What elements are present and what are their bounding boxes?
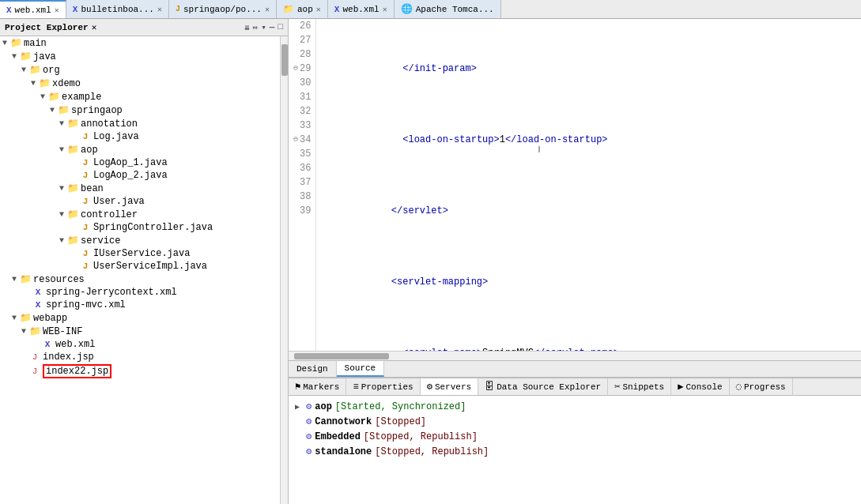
tree-arrow[interactable]: ▼ (19, 327, 28, 336)
tree-item-org[interactable]: ▼ 📁 org (0, 63, 280, 77)
tree-item-userserviceimpl[interactable]: J UserServiceImpl.java (0, 260, 280, 273)
tree-item-xdemo[interactable]: ▼ 📁 xdemo (0, 77, 280, 90)
h-scroll-thumb[interactable] (294, 353, 389, 359)
close-icon[interactable]: ✕ (92, 22, 97, 32)
tab-web-xml[interactable]: X web.xml ✕ (0, 0, 66, 18)
tree-arrow[interactable]: ▼ (28, 79, 38, 88)
tab-source[interactable]: Source (337, 361, 385, 377)
code-content[interactable]: </init-param> <load-on-startup>1</load-o… (316, 19, 861, 351)
tree-label: WEB-INF (43, 326, 82, 337)
tree-item-controller[interactable]: ▼ 📁 controller (0, 208, 280, 221)
expand-arrow[interactable] (295, 417, 303, 426)
tab-web-xml-2[interactable]: X web.xml ✕ (328, 0, 395, 18)
project-explorer-panel: Project Explorer ✕ ⇊ ⇔ ▾ — □ ▼ 📁 main (0, 19, 289, 504)
tree-item-index22jsp[interactable]: J index22.jsp (0, 363, 280, 379)
tree-item-webxml[interactable]: X web.xml (0, 338, 280, 351)
code-line-26: </init-param> (323, 47, 855, 90)
tab-close-icon[interactable]: ✕ (316, 5, 321, 14)
folder-icon: 📁 (19, 312, 32, 324)
tab-label: Snippets (622, 382, 664, 392)
server-row-standalone[interactable]: ⚙ standalone [Stopped, Republish] (295, 444, 855, 459)
tree-item-webapp[interactable]: ▼ 📁 webapp (0, 311, 280, 325)
tab-snippets[interactable]: ✂ Snippets (608, 378, 671, 395)
tab-markers[interactable]: ⚑ Markers (289, 378, 346, 395)
tree-item-annotation[interactable]: ▼ 📁 annotation (0, 117, 280, 130)
tree-item-springcontroller[interactable]: J SpringController.java (0, 221, 280, 234)
tree-item-resources[interactable]: ▼ 📁 resources (0, 273, 280, 286)
tab-springaop[interactable]: J springaop/po... ✕ (169, 0, 277, 18)
tree-arrow[interactable]: ▼ (9, 275, 19, 284)
link-editor-icon[interactable]: ⇔ (253, 22, 259, 32)
tree-arrow[interactable]: ▼ (57, 210, 66, 219)
expand-arrow[interactable] (295, 432, 303, 441)
server-icon: ⚙ (306, 416, 312, 427)
tab-close-icon[interactable]: ✕ (383, 5, 387, 14)
tree-arrow[interactable]: ▼ (38, 92, 47, 101)
tree-item-logaop2[interactable]: J LogAop_2.java (0, 169, 280, 182)
tab-close-icon[interactable]: ✕ (55, 6, 59, 15)
tab-console[interactable]: ▶ Console (671, 378, 729, 395)
tab-aop[interactable]: 📁 aop ✕ (277, 0, 328, 18)
line-numbers: 26 27 28 ⊖29 30 31 32 33 ⊖34 35 36 37 38… (289, 19, 316, 351)
tree-arrow[interactable]: ▼ (9, 314, 19, 322)
tab-close-icon[interactable]: ✕ (265, 5, 270, 14)
tree-arrow[interactable]: ▼ (57, 184, 66, 193)
tree-item-log-java[interactable]: J Log.java (0, 130, 280, 143)
tree-arrow[interactable]: ▼ (57, 236, 66, 245)
tree-item-spring-jerrycontext[interactable]: X spring-Jerrycontext.xml (0, 286, 280, 299)
tab-label: web.xml (342, 5, 379, 14)
tab-label: Progress (744, 382, 786, 392)
tree-arrow[interactable]: ▼ (0, 39, 9, 47)
code-editor: 26 27 28 ⊖29 30 31 32 33 ⊖34 35 36 37 38… (289, 19, 861, 351)
maximize-icon[interactable]: □ (278, 22, 283, 32)
tree-arrow[interactable]: ▼ (47, 106, 57, 115)
tab-data-source-explorer[interactable]: 🗄 Data Source Explorer (478, 378, 608, 395)
tab-apache-tomcat[interactable]: 🌐 Apache Tomca... (395, 0, 501, 18)
tab-properties[interactable]: ≡ Properties (346, 378, 420, 395)
tree-scrollbar[interactable] (280, 36, 288, 504)
tree-item-java[interactable]: ▼ 📁 java (0, 50, 280, 63)
collapse-all-icon[interactable]: ⇊ (244, 22, 250, 32)
tree-label: spring-mvc.xml (46, 299, 126, 310)
expand-arrow[interactable] (295, 447, 303, 456)
tree-scroll[interactable]: ▼ 📁 main ▼ 📁 java ▼ 📁 org (0, 36, 280, 504)
tree-item-logaop1[interactable]: J LogAop_1.java (0, 156, 280, 169)
tree-label: IUserService.java (93, 248, 190, 259)
tree-item-springaop[interactable]: ▼ 📁 springaop (0, 103, 280, 117)
tree-item-service[interactable]: ▼ 📁 service (0, 234, 280, 247)
tab-bulletinboa[interactable]: X bulletinboa... ✕ (66, 0, 169, 18)
minimize-icon[interactable]: — (270, 22, 275, 32)
tree-item-webinf[interactable]: ▼ 📁 WEB-INF (0, 325, 280, 338)
tree-scroll-thumb[interactable] (281, 44, 288, 76)
tree-item-bean[interactable]: ▼ 📁 bean (0, 182, 280, 195)
tree-arrow (70, 250, 79, 258)
tree-label: springaop (71, 105, 123, 116)
tree-label: LogAop_1.java (93, 157, 168, 168)
properties-icon: ≡ (353, 382, 358, 393)
xml-icon: X (6, 6, 12, 15)
tab-servers[interactable]: ⚙ Servers (421, 378, 478, 395)
tab-design[interactable]: Design (289, 361, 337, 377)
tree-item-user-java[interactable]: J User.java (0, 195, 280, 208)
tree-item-main[interactable]: ▼ 📁 main (0, 36, 280, 50)
tab-close-icon[interactable]: ✕ (157, 5, 162, 14)
horizontal-scrollbar[interactable] (289, 351, 861, 360)
tree-item-spring-mvc[interactable]: X spring-mvc.xml (0, 299, 280, 311)
tree-item-indexjsp[interactable]: J index.jsp (0, 351, 280, 363)
editor-tab-bar: X web.xml ✕ X bulletinboa... ✕ J springa… (0, 0, 861, 19)
tree-arrow[interactable]: ▼ (9, 52, 19, 61)
tree-arrow[interactable]: ▼ (57, 119, 66, 128)
tree-arrow[interactable]: ▼ (57, 145, 66, 154)
expand-arrow[interactable]: ▶ (295, 402, 303, 412)
panel-menu-icon[interactable]: ▾ (261, 22, 266, 32)
tree-item-iuserservice[interactable]: J IUserService.java (0, 247, 280, 260)
tree-label: UserServiceImpl.java (93, 261, 207, 272)
tab-progress[interactable]: ◌ Progress (730, 378, 793, 395)
server-row-embedded[interactable]: ⚙ Embedded [Stopped, Republish] (295, 429, 855, 444)
tree-arrow[interactable]: ▼ (19, 66, 28, 74)
tree-item-aop[interactable]: ▼ 📁 aop (0, 143, 280, 156)
server-row-aop[interactable]: ▶ ⚙ aop [Started, Synchronized] (295, 399, 855, 414)
tree-label: aop (81, 145, 98, 156)
tree-item-example[interactable]: ▼ 📁 example (0, 90, 280, 103)
server-row-cannotwork[interactable]: ⚙ Cannotwork [Stopped] (295, 414, 855, 429)
